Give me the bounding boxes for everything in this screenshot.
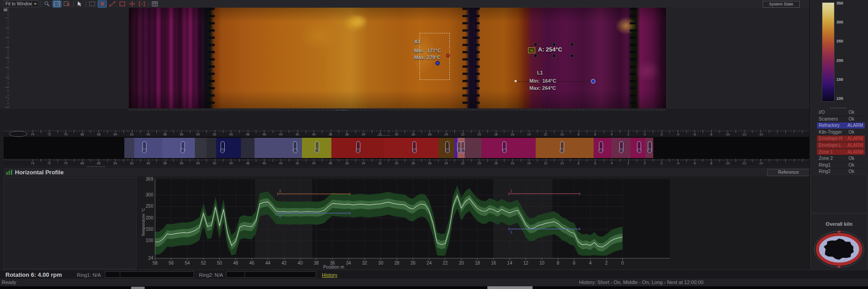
spot-handle[interactable] (553, 43, 555, 46)
zone-block[interactable] (241, 138, 255, 158)
delete-image-icon[interactable] (63, 1, 71, 7)
spot-handle[interactable] (534, 43, 537, 46)
ruler-number: -4 (674, 162, 682, 165)
cursor-icon[interactable] (75, 1, 84, 7)
status-bar: Ready History: Short - On, Middle - On, … (0, 279, 868, 286)
right-sidebar: 350300250200150100 I/OOkScannersOkRefrac… (809, 0, 868, 279)
ruler-number: -12 (740, 133, 748, 136)
colorbar-tick: 350 (836, 1, 843, 5)
ring1-input-small[interactable] (105, 271, 120, 278)
ring2-input-large[interactable] (245, 271, 316, 278)
zone-block[interactable] (611, 138, 631, 158)
svg-text:24: 24 (148, 256, 154, 261)
zoom-icon[interactable] (43, 1, 51, 7)
ruler-number: 38 (326, 162, 335, 165)
svg-text:44: 44 (265, 261, 271, 266)
ring1-input-large[interactable] (120, 271, 194, 278)
zone-block[interactable] (465, 138, 481, 158)
spot-handle[interactable] (571, 55, 573, 57)
measure-line-icon[interactable] (108, 1, 116, 7)
status-separator (696, 280, 697, 285)
zone-block[interactable] (481, 138, 536, 158)
history-link[interactable]: History (322, 272, 337, 278)
ruler-number: 28 (409, 162, 417, 165)
select-area-icon[interactable] (88, 1, 96, 7)
reference-button[interactable]: Reference (767, 169, 810, 176)
status-row-zone-2[interactable]: Zone 2Ok (817, 155, 865, 162)
status-row-scanners[interactable]: ScannersOk (817, 116, 865, 123)
area-a1-min: Min: 177°C (414, 48, 441, 53)
spot-handle[interactable] (553, 55, 555, 57)
grid-icon[interactable] (151, 1, 159, 7)
svg-text:2: 2 (279, 214, 281, 219)
kiln-tire-teeth (475, 8, 480, 108)
colorbar-tick: 300 (836, 20, 843, 24)
ring2-input-small[interactable] (226, 271, 245, 278)
status-row-i-o[interactable]: I/OOk (817, 109, 865, 116)
kiln-tire-teeth (630, 8, 636, 108)
svg-text:0: 0 (621, 261, 624, 266)
status-value: Ok (849, 116, 863, 122)
zone-block[interactable] (134, 138, 162, 158)
colorbar-tick: 150 (836, 77, 843, 82)
status-row-envelope-h[interactable]: Envelope-HALARM (817, 135, 865, 142)
spot-marker-icon[interactable] (528, 47, 535, 53)
zone-block[interactable] (384, 138, 439, 158)
toolbar: Fit to Window (0, 0, 809, 8)
splitter-handle[interactable] (335, 110, 348, 111)
temperature-colorbar (822, 2, 835, 102)
zone-block[interactable] (195, 138, 207, 158)
colorbar-tick: 200 (836, 58, 843, 63)
ruler-number: -2 (657, 162, 665, 165)
zone-block[interactable] (162, 138, 195, 158)
ruler-number: 52 (211, 133, 219, 136)
zone-block[interactable] (594, 138, 611, 158)
zone-block[interactable] (216, 138, 241, 158)
zone-block[interactable] (631, 138, 646, 158)
status-row-envelope-l[interactable]: Envelope-LALARM (817, 142, 865, 149)
fit-width-icon[interactable] (138, 1, 146, 7)
measure-rect-icon[interactable] (118, 1, 126, 7)
zoom-mode-select[interactable]: Fit to Window (4, 0, 38, 7)
zone-block[interactable] (255, 138, 302, 158)
ruler-number: 22 (459, 133, 467, 136)
system-state-button[interactable]: System State (763, 1, 800, 8)
svg-text:26: 26 (410, 261, 416, 266)
delete-area-icon[interactable] (98, 1, 106, 7)
ruler-number: 64 (111, 162, 119, 165)
area-a1-max: Max: 279°C (414, 55, 441, 60)
spot-handle[interactable] (534, 55, 537, 57)
thermal-image[interactable]: A1 Min: 177°C Max: 279°C A: 254°C L1 Min… (129, 8, 666, 108)
zone-block[interactable] (207, 138, 216, 158)
chevron-down-icon[interactable] (32, 1, 38, 7)
status-row-zone-1[interactable]: Zone 1ALARM (817, 149, 865, 156)
zone-block[interactable] (331, 138, 384, 158)
ruler-number: 66 (94, 162, 103, 165)
ruler-number: 6 (591, 133, 599, 136)
splitter-handle[interactable] (377, 135, 391, 136)
ruler-number: -14 (756, 162, 764, 165)
splitter-handle[interactable] (830, 107, 847, 108)
zone-block[interactable] (536, 138, 594, 158)
zone-block[interactable] (302, 138, 331, 158)
ruler-number: 60 (144, 162, 152, 165)
line-l1-start[interactable] (514, 80, 517, 82)
ruler-number: 26 (425, 133, 434, 136)
status-row-kiln-trigger[interactable]: Kiln-TriggerOk (817, 129, 865, 136)
status-row-refractory[interactable]: RefractoryALARM (817, 122, 865, 129)
spot-handle[interactable] (571, 43, 573, 46)
splitter-handle[interactable] (87, 166, 105, 167)
zone-block[interactable] (646, 138, 653, 158)
move-icon[interactable] (128, 1, 136, 7)
profile-left-panel (4, 177, 137, 269)
image-view-icon[interactable] (53, 1, 61, 7)
status-row-ring1[interactable]: Ring1Ok (817, 162, 865, 169)
status-history-info: History: Short - On, Middle - On, Long -… (579, 280, 703, 285)
zone-block[interactable] (458, 138, 465, 158)
line-l1-end[interactable] (591, 79, 595, 84)
svg-text:Position m: Position m (323, 265, 344, 269)
status-value: ALARM (848, 142, 863, 149)
svg-text:34: 34 (346, 261, 351, 266)
zone-block[interactable] (124, 138, 134, 158)
zone-block[interactable] (439, 138, 454, 158)
